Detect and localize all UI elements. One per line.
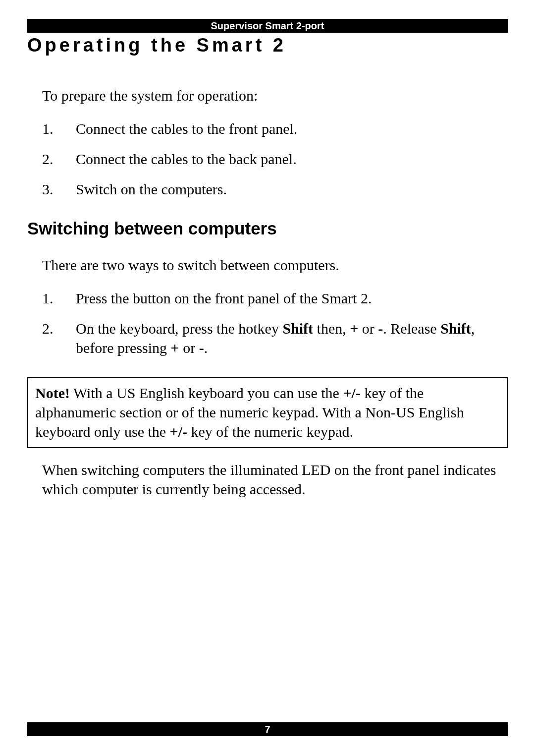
closing-text: When switching computers the illuminated… [42, 460, 508, 499]
step-number: 2. [42, 319, 76, 357]
step-text: Press the button on the front panel of t… [76, 289, 372, 308]
list-item: 3. Switch on the computers. [42, 179, 508, 199]
step-number: 1. [42, 119, 76, 138]
list-item: 1. Connect the cables to the front panel… [42, 119, 508, 138]
step-text: Switch on the computers. [76, 179, 227, 199]
section-title: Operating the Smart 2 [27, 35, 508, 56]
footer-bar: 7 [27, 722, 508, 736]
intro2-text: There are two ways to switch between com… [42, 255, 508, 275]
step-text: Connect the cables to the front panel. [76, 119, 297, 138]
step-number: 2. [42, 149, 76, 169]
list-item: 2. On the keyboard, press the hotkey Shi… [42, 319, 508, 357]
list-item: 1. Press the button on the front panel o… [42, 289, 508, 308]
note-box: Note! With a US English keyboard you can… [27, 377, 508, 448]
note-label: Note! [35, 385, 70, 401]
subheading: Switching between computers [27, 219, 508, 238]
switch-steps-list: 1. Press the button on the front panel o… [42, 289, 508, 357]
intro-text: To prepare the system for operation: [42, 86, 508, 105]
step-text: On the keyboard, press the hotkey Shift … [76, 319, 508, 357]
prepare-steps-list: 1. Connect the cables to the front panel… [42, 119, 508, 199]
step-text: Connect the cables to the back panel. [76, 149, 297, 169]
manual-page: Supervisor Smart 2-port Operating the Sm… [0, 0, 535, 756]
step-number: 1. [42, 289, 76, 308]
step-number: 3. [42, 179, 76, 199]
list-item: 2. Connect the cables to the back panel. [42, 149, 508, 169]
header-bar: Supervisor Smart 2-port [27, 19, 508, 33]
